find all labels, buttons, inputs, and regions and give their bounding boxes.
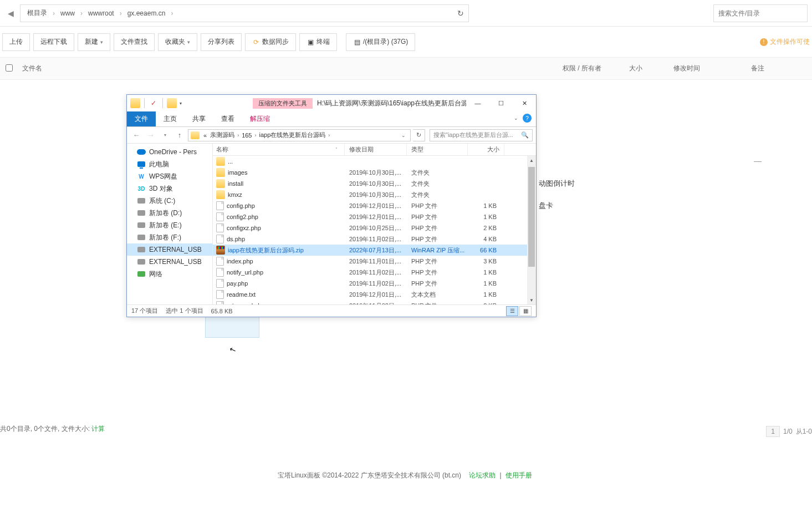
ribbon-expand-icon[interactable]: ⌄ [514, 115, 518, 121]
qat-dropdown-icon[interactable]: ▾ [178, 101, 183, 106]
sidebar-item[interactable]: WWPS网盘 [127, 170, 212, 182]
calculate-link[interactable]: 计算 [91, 425, 105, 433]
breadcrumb-item[interactable]: gx.eeaem.cn [125, 9, 168, 17]
scroll-up-icon[interactable]: ▲ [527, 156, 536, 165]
sidebar-item[interactable]: EXTERNAL_USB [127, 256, 212, 268]
share-list-button[interactable]: 分享列表 [201, 33, 242, 51]
close-button[interactable]: ✕ [513, 95, 536, 111]
file-size: 1 KB [468, 269, 501, 276]
sidebar-item[interactable]: OneDrive - Pers [127, 146, 212, 158]
chevron-right-icon[interactable]: › [236, 133, 240, 138]
refresh-icon[interactable]: ↻ [457, 9, 464, 18]
file-row[interactable]: iapp在线热更新后台源码.zip2022年07月13日,...WinRAR Z… [213, 245, 536, 256]
file-row[interactable]: config2.php2019年12月01日,...PHP 文件1 KB [213, 211, 536, 222]
nav-back-icon[interactable]: ◀ [4, 4, 17, 22]
refresh-button[interactable]: ↻ [413, 129, 425, 141]
manual-link[interactable]: 使用手册 [505, 471, 532, 479]
nav-up-button[interactable]: ↑ [173, 129, 186, 141]
breadcrumb-item[interactable]: 根目录 [25, 8, 49, 18]
address-dropdown-icon[interactable]: ⌄ [401, 133, 408, 138]
file-row[interactable]: notify_url.php2019年11月02日,...PHP 文件1 KB [213, 267, 536, 278]
nav-back-button[interactable]: ← [130, 129, 142, 141]
column-header-size[interactable]: 大小 [468, 144, 504, 155]
file-row[interactable]: index.php2019年11月01日,...PHP 文件3 KB [213, 256, 536, 267]
file-row[interactable]: kmxz2019年10月30日,...文件夹 [213, 189, 536, 200]
chevron-right-icon[interactable]: › [253, 133, 257, 138]
file-find-button[interactable]: 文件查找 [114, 33, 155, 51]
scrollbar[interactable]: ▲ ▼ [527, 156, 536, 304]
detail-collapse-icon[interactable]: — [754, 156, 762, 165]
column-mtime[interactable]: 修改时间 [673, 64, 751, 73]
page-number[interactable]: 1 [766, 426, 780, 437]
sidebar-item[interactable]: 新加卷 (E:) [127, 219, 212, 231]
file-row[interactable]: return_url.php2019年11月02日,...PHP 文件2 KB [213, 300, 536, 304]
column-permission[interactable]: 权限 / 所有者 [563, 64, 629, 73]
tab-file[interactable]: 文件 [127, 111, 156, 126]
file-row[interactable]: install2019年10月30日,...文件夹 [213, 178, 536, 189]
remote-download-button[interactable]: 远程下载 [33, 33, 74, 51]
sidebar-item-label: 新加卷 (F:) [149, 233, 181, 242]
minimize-button[interactable]: — [466, 95, 489, 111]
qat-check-icon[interactable]: ✓ [149, 98, 159, 108]
address-segment[interactable]: 165 [240, 132, 253, 139]
address-prefix[interactable]: « [202, 132, 208, 139]
file-row[interactable]: ... [213, 156, 536, 167]
sidebar-item[interactable]: 新加卷 (D:) [127, 207, 212, 219]
address-field[interactable]: « 亲测源码 › 165 › iapp在线热更新后台源码 › ⌄ [188, 129, 411, 141]
file-row[interactable]: configxz.php2019年10月25日,...PHP 文件2 KB [213, 222, 536, 233]
sidebar-item[interactable]: 网络 [127, 268, 212, 280]
scroll-thumb[interactable] [528, 167, 535, 267]
tab-extract[interactable]: 解压缩 [242, 111, 278, 126]
file-list[interactable]: ...images2019年10月30日,...文件夹install2019年1… [213, 156, 536, 304]
sidebar-item[interactable]: 新加卷 (F:) [127, 231, 212, 243]
new-button[interactable]: 新建▾ [78, 33, 110, 51]
explorer-search-input[interactable]: 搜索"iapp在线热更新后台源... 🔍 [430, 129, 533, 141]
file-row[interactable]: ds.php2019年11月02日,...PHP 文件4 KB [213, 233, 536, 245]
column-size[interactable]: 大小 [629, 64, 673, 73]
file-row[interactable]: config.php2019年12月01日,...PHP 文件1 KB [213, 200, 536, 211]
tab-view[interactable]: 查看 [213, 111, 242, 126]
file-row[interactable]: pay.php2019年11月02日,...PHP 文件1 KB [213, 278, 536, 289]
tab-share[interactable]: 共享 [185, 111, 213, 126]
drive-icon [137, 196, 146, 205]
file-row[interactable]: readme.txt2019年12月01日,...文本文档1 KB [213, 289, 536, 300]
data-sync-button[interactable]: ⟳数据同步 [245, 33, 296, 51]
root-disk-button[interactable]: ▤/(根目录) (37G) [346, 33, 415, 51]
address-segment[interactable]: iapp在线热更新后台源码 [257, 131, 327, 139]
column-header-name[interactable]: 名称˅ [213, 144, 345, 155]
nav-forward-button[interactable]: → [145, 129, 157, 141]
search-input[interactable] [713, 4, 808, 22]
sidebar-item[interactable]: EXTERNAL_USB [127, 243, 212, 256]
checkbox-all[interactable] [6, 64, 22, 73]
chevron-right-icon[interactable]: › [327, 133, 331, 138]
folder-icon[interactable] [167, 98, 177, 108]
address-segment[interactable]: 亲测源码 [208, 131, 236, 139]
breadcrumb-box[interactable]: 根目录 › www › wwwroot › gx.eeaem.cn › ↻ [20, 4, 469, 22]
help-icon[interactable]: ? [523, 114, 532, 123]
terminal-button[interactable]: ▣终端 [299, 33, 337, 51]
column-remark[interactable]: 备注 [751, 64, 806, 73]
sidebar-item[interactable]: 此电脑 [127, 158, 212, 170]
sidebar-item-label: EXTERNAL_USB [149, 246, 202, 253]
view-icons-button[interactable]: ▦ [519, 306, 532, 316]
maximize-button[interactable]: ☐ [489, 95, 513, 111]
view-details-button[interactable]: ☰ [506, 306, 518, 316]
column-header-type[interactable]: 类型 [407, 144, 468, 155]
explorer-sidebar[interactable]: OneDrive - Pers此电脑WWPS网盘3D3D 对象系统 (C:)新加… [127, 144, 213, 304]
sidebar-item[interactable]: 3D3D 对象 [127, 182, 212, 195]
sidebar-item-label: 网络 [149, 270, 162, 279]
favorites-button[interactable]: 收藏夹▾ [158, 33, 197, 51]
scroll-down-icon[interactable]: ▼ [527, 296, 536, 304]
nav-history-dropdown[interactable]: ▾ [159, 129, 171, 141]
file-row[interactable]: images2019年10月30日,...文件夹 [213, 167, 536, 178]
tab-home[interactable]: 主页 [156, 111, 185, 126]
forum-link[interactable]: 论坛求助 [469, 471, 496, 479]
upload-button[interactable]: 上传 [2, 33, 30, 51]
sidebar-item-label: WPS网盘 [149, 172, 177, 181]
titlebar[interactable]: ✓ ▾ 压缩的文件夹工具 H:\码上资源网\亲测源码\165\iapp在线热更新… [127, 95, 536, 111]
column-header-date[interactable]: 修改日期 [345, 144, 407, 155]
sidebar-item[interactable]: 系统 (C:) [127, 195, 212, 207]
breadcrumb-item[interactable]: www [58, 9, 77, 17]
column-name[interactable]: 文件名 [22, 64, 563, 73]
breadcrumb-item[interactable]: wwwroot [86, 9, 116, 17]
